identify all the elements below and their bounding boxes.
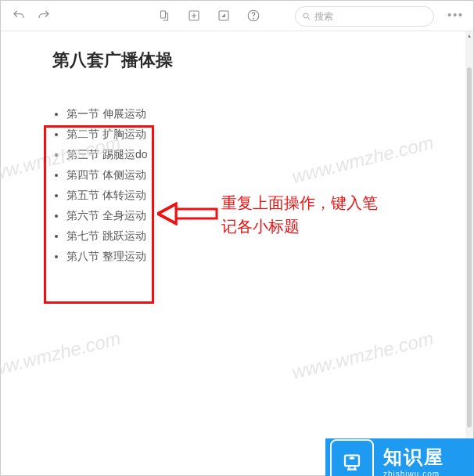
watermark: www.wmzhe.com (289, 132, 436, 188)
svg-rect-0 (161, 11, 166, 18)
annotation-line: 记各小标题 (221, 215, 378, 238)
scroll-up-icon[interactable]: ▴ (465, 31, 473, 39)
brand-name-cn: 知识屋 (383, 445, 444, 470)
annotation-text: 重复上面操作，键入笔 记各小标题 (221, 191, 378, 238)
brand-text: 知识屋 zhishiwu.com (383, 445, 444, 477)
vertical-scrollbar[interactable]: ▴ ▾ (465, 31, 473, 476)
page-title[interactable]: 第八套广播体操 (52, 49, 473, 72)
brand-name-en: zhishiwu.com (383, 470, 444, 477)
toolbar: 搜索 ••• (1, 1, 473, 31)
list-item[interactable]: 第一节 伸展运动 (66, 103, 148, 124)
annotation-arrow-icon (157, 202, 220, 229)
brand-logo-icon (330, 439, 374, 476)
watermark: www.wmzhe.com (289, 327, 436, 384)
redo-icon[interactable] (37, 9, 51, 23)
annotation-highlight-box (44, 125, 154, 304)
scroll-thumb[interactable] (467, 67, 472, 427)
svg-point-5 (303, 13, 308, 18)
toolbar-history (7, 9, 51, 23)
annotation-line: 重复上面操作，键入笔 (221, 191, 378, 215)
svg-point-4 (253, 18, 254, 19)
attachment-icon[interactable] (157, 9, 171, 23)
insert-icon[interactable] (187, 9, 201, 23)
toolbar-center (157, 9, 260, 23)
help-icon[interactable] (246, 9, 260, 23)
document-body: www.wmzhe.com www.wmzhe.com www.wmzhe.co… (1, 31, 473, 476)
svg-rect-9 (345, 456, 359, 467)
undo-icon[interactable] (12, 9, 26, 23)
watermark: www.wmzhe.com (0, 327, 123, 384)
more-button[interactable]: ••• (447, 9, 464, 21)
search-input[interactable]: 搜索 (295, 6, 434, 27)
brand-badge: 知识屋 zhishiwu.com (325, 438, 474, 476)
search-placeholder: 搜索 (314, 10, 333, 23)
svg-rect-6 (174, 209, 217, 218)
share-icon[interactable] (217, 9, 231, 23)
